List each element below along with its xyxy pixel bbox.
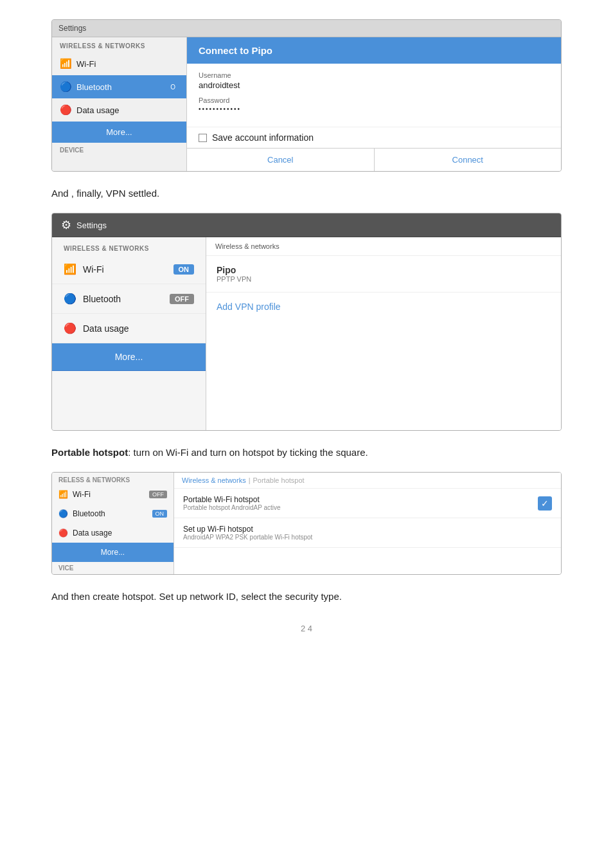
prose2-rest: : turn on Wi-Fi and turn on hotspot by t…	[128, 447, 368, 458]
hotspot-bluetooth-icon: 🔵	[58, 509, 68, 518]
bluetooth-icon1: 🔵	[60, 81, 71, 93]
hotspot-bluetooth-toggle[interactable]: ON	[152, 510, 168, 518]
screenshot1: Settings WIRELESS & NETWORKS 📶 Wi-Fi 🔵 B…	[51, 19, 562, 172]
wifi-menu-item2[interactable]: 📶 Wi-Fi ON	[52, 255, 206, 284]
bluetooth-label2: Bluetooth	[83, 294, 121, 304]
save-label: Save account information	[212, 132, 314, 143]
setup-wifi-hotspot-text: Set up Wi-Fi hotspot AndroidAP WPA2 PSK …	[183, 525, 312, 541]
hotspot-wifi-toggle[interactable]: OFF	[149, 491, 167, 498]
wifi-menu-item1[interactable]: 📶 Wi-Fi	[52, 52, 186, 75]
hotspot-breadcrumb: Wireless & networks | Portable hotspot	[174, 473, 561, 489]
screenshot3: RELESS & NETWORKS 📶 Wi-Fi OFF 🔵 Bluetoot…	[51, 472, 562, 575]
vpn-section-header: Wireless & networks	[206, 237, 561, 256]
dialog-title1: Connect to Pipo	[187, 37, 561, 64]
hotspot-wifi-label: Wi-Fi	[73, 490, 91, 499]
username-label: Username	[199, 71, 549, 79]
breadcrumb-current: Portable hotspot	[253, 476, 305, 484]
bluetooth-toggle2[interactable]: OFF	[170, 294, 194, 304]
portable-wifi-sub: Portable hotspot AndroidAP active	[183, 504, 281, 511]
wireless-networks-heading: Wireless & networks	[215, 242, 280, 250]
hotspot-wifi-item[interactable]: 📶 Wi-Fi OFF	[52, 485, 173, 504]
bluetooth-menu-item1[interactable]: 🔵 Bluetooth O	[52, 75, 186, 98]
data-usage-label1: Data usage	[76, 105, 120, 115]
password-dots: ••••••••••••	[199, 105, 549, 113]
more-button2[interactable]: More...	[52, 343, 206, 371]
hotspot-bluetooth-item[interactable]: 🔵 Bluetooth ON	[52, 504, 173, 523]
hotspot-more-button[interactable]: More...	[52, 543, 173, 562]
hotspot-check-icon[interactable]: ✓	[538, 496, 552, 511]
left-pane1: WIRELESS & NETWORKS 📶 Wi-Fi 🔵 Bluetooth …	[52, 37, 187, 171]
portable-wifi-hotspot-text: Portable Wi-Fi hotspot Portable hotspot …	[183, 495, 281, 511]
bluetooth-icon2: 🔵	[64, 293, 76, 305]
wireless-networks-label1: WIRELESS & NETWORKS	[52, 37, 186, 52]
connect-button[interactable]: Connect	[375, 149, 562, 171]
add-vpn-profile[interactable]: Add VPN profile	[206, 293, 561, 321]
hotspot-data-usage-item[interactable]: 🔴 Data usage	[52, 523, 173, 543]
portable-wifi-hotspot-row[interactable]: Portable Wi-Fi hotspot Portable hotspot …	[174, 489, 561, 518]
dialog-body1: Username androidtest Password ••••••••••…	[187, 64, 561, 127]
left-pane2: WIRELESS & NETWORKS 📶 Wi-Fi ON 🔵 Bluetoo…	[52, 237, 206, 430]
setup-wifi-hotspot-row[interactable]: Set up Wi-Fi hotspot AndroidAP WPA2 PSK …	[174, 518, 561, 548]
right-pane3: Wireless & networks | Portable hotspot P…	[174, 473, 561, 574]
more-button1[interactable]: More...	[52, 122, 186, 143]
hotspot-data-icon: 🔴	[58, 529, 68, 538]
bluetooth-label1: Bluetooth	[76, 82, 112, 92]
breadcrumb-link[interactable]: Wireless & networks	[182, 476, 246, 484]
setup-wifi-sub: AndroidAP WPA2 PSK portable Wi-Fi hotspo…	[183, 534, 312, 541]
password-label: Password	[199, 96, 549, 104]
wifi-label1: Wi-Fi	[76, 59, 96, 69]
settings-icon2: ⚙	[61, 218, 71, 232]
portable-wifi-title: Portable Wi-Fi hotspot	[183, 495, 281, 504]
left-pane3: RELESS & NETWORKS 📶 Wi-Fi OFF 🔵 Bluetoot…	[52, 473, 174, 574]
bluetooth-toggle1: O	[167, 83, 179, 91]
setup-wifi-title: Set up Wi-Fi hotspot	[183, 525, 312, 534]
wireless-networks-label2: WIRELESS & NETWORKS	[52, 237, 206, 255]
hotspot-bluetooth-label: Bluetooth	[73, 509, 105, 518]
screenshot2: ⚙ Settings WIRELESS & NETWORKS 📶 Wi-Fi O…	[51, 213, 562, 431]
titlebar-label1: Settings	[58, 24, 86, 33]
save-checkbox[interactable]	[199, 134, 207, 142]
settings-titlebar2: ⚙ Settings	[52, 213, 561, 237]
right-pane2: Wireless & networks Pipo PPTP VPN Add VP…	[206, 237, 561, 430]
vpn-item[interactable]: Pipo PPTP VPN	[206, 256, 561, 293]
cancel-button[interactable]: Cancel	[187, 149, 375, 171]
hotspot-vice-label: VICE	[52, 562, 173, 574]
hotspot-wifi-icon: 📶	[58, 490, 68, 499]
wifi-toggle2[interactable]: ON	[173, 264, 195, 275]
hotspot-data-label: Data usage	[73, 529, 112, 538]
wifi-label2: Wi-Fi	[83, 264, 104, 275]
data-usage-menu-item2[interactable]: 🔴 Data usage	[52, 314, 206, 343]
wifi-icon2: 📶	[64, 263, 76, 275]
settings-titlebar1: Settings	[52, 20, 561, 37]
page-number: 2 4	[51, 624, 562, 646]
vpn-name: Pipo	[217, 265, 551, 275]
dialog-actions: Cancel Connect	[187, 148, 561, 171]
portable-hotspot-bold: Portable hotspot	[51, 447, 128, 458]
prose3: And then create hotspot. Set up network …	[51, 589, 562, 604]
data-usage-icon1: 🔴	[60, 104, 71, 116]
device-label1: DEVICE	[52, 143, 186, 155]
titlebar-label2: Settings	[76, 221, 107, 230]
data-usage-menu-item1[interactable]: 🔴 Data usage	[52, 98, 186, 122]
vpn-type: PPTP VPN	[217, 275, 551, 283]
data-usage-icon2: 🔴	[64, 322, 76, 334]
prose2: Portable hotspot: turn on Wi-Fi and turn…	[51, 445, 562, 460]
hotspot-section-label: RELESS & NETWORKS	[52, 473, 173, 485]
save-row[interactable]: Save account information	[187, 127, 561, 148]
wifi-icon1: 📶	[60, 58, 71, 69]
username-value: androidtest	[199, 80, 549, 90]
breadcrumb-sep: |	[249, 476, 251, 484]
right-pane1: Connect to Pipo Username androidtest Pas…	[187, 37, 561, 171]
prose1: And , finally, VPN settled.	[51, 186, 562, 201]
bluetooth-menu-item2[interactable]: 🔵 Bluetooth OFF	[52, 284, 206, 314]
data-usage-label2: Data usage	[83, 323, 129, 334]
